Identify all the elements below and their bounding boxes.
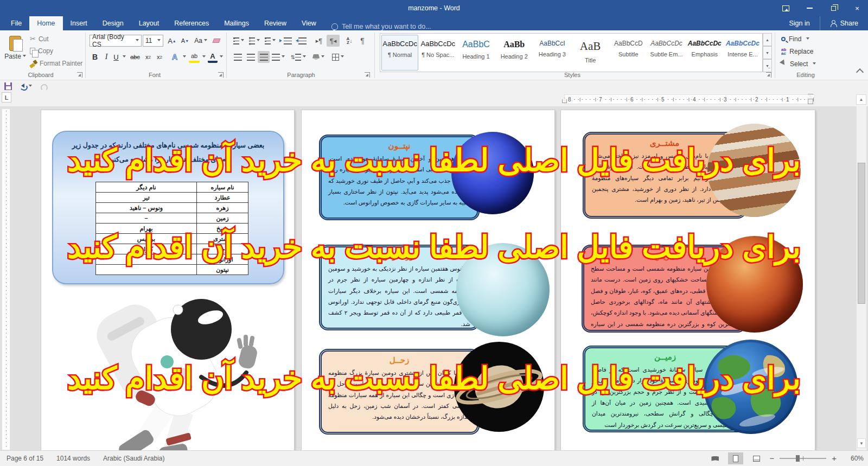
style-subtitle[interactable]: AaBbCcDSubtitle — [610, 35, 647, 71]
close-button[interactable]: × — [852, 3, 863, 14]
style-subtle-emphasis[interactable]: AaBbCcDcSubtle Em... — [648, 35, 685, 71]
style-heading1[interactable]: AaBbCHeading 1 — [457, 35, 494, 71]
font-color-button[interactable]: A — [208, 51, 218, 63]
style-intense-emphasis[interactable]: AaBbCcDcIntense E... — [724, 35, 761, 71]
document-canvas[interactable]: بعضی سیارات منظومه شمسی نام‌های مختلفی د… — [0, 106, 868, 450]
styles-dialog-launcher[interactable] — [766, 72, 771, 78]
zoom-out-button[interactable]: − — [769, 456, 774, 461]
page-indicator[interactable]: Page 6 of 15 — [0, 455, 50, 462]
bullets-button[interactable] — [232, 35, 246, 47]
clear-formatting-button[interactable] — [210, 35, 222, 47]
bold-button[interactable]: B — [90, 51, 100, 63]
align-left-button[interactable] — [232, 51, 244, 63]
style-title[interactable]: AaBTitle — [572, 35, 609, 71]
line-spacing-button[interactable]: ⇅ — [290, 51, 307, 63]
tab-layout[interactable]: Layout — [131, 16, 167, 30]
style-heading2[interactable]: AaBbHeading 2 — [496, 35, 533, 71]
tab-design[interactable]: Design — [95, 16, 131, 30]
ltr-direction-button[interactable]: ▸¶ — [312, 35, 326, 47]
tab-references[interactable]: References — [167, 16, 216, 30]
styles-scroll-down[interactable]: ▼ — [763, 46, 772, 59]
horizontal-ruler[interactable]: 8 7 6 5 4 3 2 1 — [564, 94, 815, 104]
style-no-spacing[interactable]: AaBbCcDc¶ No Spac... — [419, 35, 456, 71]
paste-button[interactable]: Paste — [3, 34, 27, 74]
styles-more-button[interactable]: ▼̲ — [763, 59, 772, 72]
change-case-button[interactable]: Aa — [193, 35, 208, 47]
numbering-button[interactable] — [247, 35, 261, 47]
font-size-combo[interactable]: 11 — [143, 35, 163, 47]
underline-dropdown[interactable] — [120, 51, 126, 63]
styles-scroll-up[interactable]: ▲ — [763, 33, 772, 46]
style-heading3[interactable]: AaBbCcIHeading 3 — [534, 35, 571, 71]
text-effects-dropdown[interactable] — [180, 51, 187, 63]
select-icon — [780, 59, 788, 68]
cut-button[interactable]: ✂Cut — [30, 35, 49, 43]
shrink-font-button[interactable]: A▼ — [179, 35, 191, 47]
sort-button[interactable]: AZ↓ — [343, 35, 355, 47]
zoom-slider[interactable] — [780, 458, 826, 459]
format-painter-button[interactable]: Format Painter — [30, 60, 82, 67]
zoom-in-button[interactable]: + — [832, 456, 837, 461]
tab-review[interactable]: Review — [257, 16, 294, 30]
justify-button[interactable] — [271, 51, 286, 63]
show-hide-paragraph-button[interactable]: ¶ — [357, 35, 368, 47]
collapse-ribbon-button[interactable] — [856, 68, 864, 76]
tab-mailings[interactable]: Mailings — [216, 16, 257, 30]
tell-me-box[interactable]: Tell me what you want to do... — [331, 23, 431, 30]
zoom-slider-thumb[interactable] — [796, 455, 800, 462]
save-button[interactable] — [4, 82, 12, 90]
vertical-scrollbar[interactable]: ▼ — [856, 106, 866, 450]
print-layout-button[interactable] — [728, 452, 743, 464]
style-normal[interactable]: AaBbCcDc¶ Normal — [381, 35, 418, 71]
share-button[interactable]: Share — [820, 16, 868, 30]
indent-markers[interactable] — [808, 94, 813, 105]
replace-button[interactable]: abacReplace — [781, 48, 813, 55]
tab-file[interactable]: File — [3, 16, 29, 30]
tab-home[interactable]: Home — [29, 16, 62, 30]
italic-button[interactable]: I — [101, 51, 111, 63]
ribbon-display-options-button[interactable] — [780, 3, 791, 14]
align-right-button[interactable] — [258, 51, 270, 63]
strikethrough-button[interactable]: abc — [128, 51, 142, 63]
font-name-combo[interactable]: Arial (Body CS — [90, 35, 142, 47]
rtl-direction-button[interactable]: ¶◂ — [327, 35, 340, 47]
minimize-button[interactable] — [804, 3, 815, 14]
text-effects-button[interactable]: A — [169, 51, 180, 63]
vertical-ruler[interactable] — [2, 108, 10, 450]
web-layout-button[interactable] — [749, 452, 764, 464]
copy-button[interactable]: Copy — [30, 47, 53, 55]
language-indicator[interactable]: Arabic (Saudi Arabia) — [97, 455, 171, 462]
style-emphasis[interactable]: AaBbCcDcEmphasis — [686, 35, 723, 71]
sign-in-link[interactable]: Sign in — [779, 20, 819, 27]
tab-stop-selector[interactable]: L — [2, 92, 11, 103]
tab-insert[interactable]: Insert — [63, 16, 95, 30]
multilevel-list-button[interactable] — [263, 35, 277, 47]
subscript-button[interactable]: x2 — [143, 51, 154, 63]
paragraph-dialog-launcher[interactable] — [365, 72, 370, 78]
align-center-button[interactable] — [245, 51, 257, 63]
font-color-dropdown[interactable] — [217, 51, 224, 63]
print-layout-icon — [733, 455, 738, 462]
restore-button[interactable] — [828, 3, 839, 14]
redo-button[interactable] — [40, 82, 47, 90]
clipboard-dialog-launcher[interactable] — [77, 72, 82, 78]
zoom-level[interactable]: 60% — [842, 455, 864, 462]
superscript-button[interactable]: x2 — [154, 51, 165, 63]
read-mode-button[interactable] — [707, 452, 723, 464]
undo-button[interactable] — [20, 82, 32, 90]
grow-font-button[interactable]: A▲ — [166, 35, 178, 47]
borders-button[interactable] — [330, 51, 346, 63]
scrollbar-thumb[interactable] — [858, 163, 865, 304]
font-dialog-launcher[interactable] — [218, 72, 224, 78]
scrollbar-down-arrow[interactable]: ▼ — [857, 438, 866, 448]
decrease-indent-button[interactable] — [281, 35, 294, 47]
highlight-dropdown[interactable] — [200, 51, 206, 63]
select-button[interactable]: Select — [781, 60, 816, 68]
find-button[interactable]: Find — [781, 35, 809, 43]
tab-view[interactable]: View — [294, 16, 324, 30]
scrollbar-up-arrow[interactable]: ▲ — [856, 94, 866, 105]
word-count[interactable]: 1014 words — [50, 455, 97, 462]
highlight-button[interactable]: ab — [189, 51, 200, 63]
increase-indent-button[interactable] — [296, 35, 309, 47]
shading-button[interactable] — [310, 51, 327, 63]
